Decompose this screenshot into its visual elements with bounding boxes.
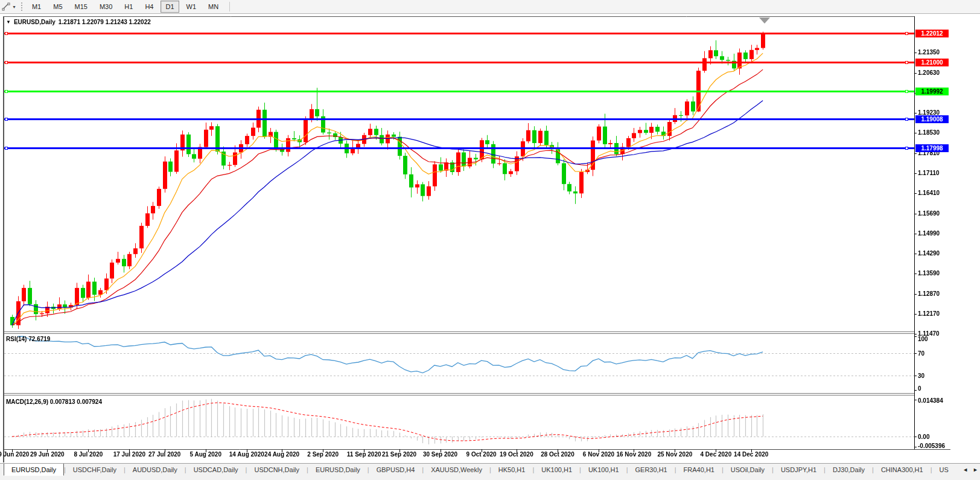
chart-tab-uk100-h1[interactable]: UK100,H1 (534, 464, 579, 475)
tab-scroll-left-icon[interactable]: ◄ (962, 467, 968, 473)
timeframe-button-h1[interactable]: H1 (119, 1, 138, 13)
timeframe-button-w1[interactable]: W1 (182, 1, 202, 13)
price-axis-label: 1.21350 (918, 49, 940, 56)
chart-tab-us[interactable]: US (932, 464, 955, 475)
date-axis-label: 14 Dec 2020 (734, 451, 768, 458)
price-axis-label: 1.20630 (918, 69, 940, 76)
chart-tab-audusd-daily[interactable]: AUDUSD,Daily (126, 464, 185, 475)
chart-tab-dj30-daily[interactable]: DJ30,Daily (826, 464, 872, 475)
line-tool-icon[interactable] (1, 2, 11, 11)
price-axis-label: 1.18530 (918, 129, 940, 136)
timeframe-button-m1[interactable]: M1 (27, 1, 46, 13)
mt4-window: ▼ M1M5M15M30H1H4D1W1MN ▼ EURUSD,Daily 1.… (0, 0, 980, 480)
date-axis-label: 21 Sep 2020 (382, 451, 416, 458)
rsi-axis-label: 70 (918, 350, 924, 357)
hline-handle[interactable] (905, 147, 908, 150)
price-tag: 1.17998 (915, 144, 949, 152)
hline-handle[interactable] (5, 32, 8, 35)
hline-handle[interactable] (905, 118, 908, 121)
date-axis-label: 14 Aug 2020 (229, 451, 264, 458)
date-axis-label: 16 Nov 2020 (616, 451, 651, 458)
chart-tab-gbpusd-h4[interactable]: GBPUSD,H4 (369, 464, 422, 475)
date-axis-label: 8 Jul 2020 (74, 451, 103, 458)
timeframe-buttons: M1M5M15M30H1H4D1W1MN (26, 1, 224, 13)
macd-axis-label: -0.005396 (918, 443, 945, 449)
hline-handle[interactable] (5, 61, 8, 64)
hline-handle[interactable] (905, 90, 908, 93)
date-axis-label: 17 Jul 2020 (113, 451, 145, 458)
timeframe-button-m15[interactable]: M15 (70, 1, 92, 13)
timeframe-button-d1[interactable]: D1 (161, 1, 179, 13)
horizontal-line[interactable] (4, 118, 914, 120)
chart-tab-bar: EURUSD,Daily|USDCHF,Daily|AUDUSD,Daily|U… (0, 463, 980, 480)
chart-tab-hk50-h1[interactable]: HK50,H1 (491, 464, 533, 475)
tab-scroll-right-icon[interactable]: ► (973, 467, 978, 473)
macd-axis-label: 0.014384 (918, 397, 943, 404)
price-axis-label: 1.14990 (918, 230, 940, 237)
chart-tab-fra40-h1[interactable]: FRA40,H1 (676, 464, 722, 475)
chart-tab-usoil-daily[interactable]: USOil,Daily (724, 464, 772, 475)
chart-context-arrow-icon[interactable]: ▼ (6, 19, 11, 25)
chart-tab-china300-h1[interactable]: CHINA300,H1 (874, 464, 931, 475)
date-axis-label: 24 Aug 2020 (264, 451, 299, 458)
toolbar-separator (229, 2, 230, 11)
timeframe-button-m30[interactable]: M30 (95, 1, 117, 13)
price-axis-label: 1.14290 (918, 250, 940, 257)
chart-tab-ger30-h1[interactable]: GER30,H1 (628, 464, 675, 475)
date-axis-label: 27 Jul 2020 (148, 451, 180, 458)
chart-tab-usdchf-daily[interactable]: USDCHF,Daily (66, 464, 124, 475)
price-axis-label: 1.12870 (918, 290, 940, 297)
price-axis-label: 1.17110 (918, 170, 940, 176)
horizontal-line[interactable] (4, 62, 914, 63)
date-axis-label: 11 Sep 2020 (347, 451, 381, 458)
toolbar: ▼ M1M5M15M30H1H4D1W1MN (0, 0, 980, 14)
timeframe-button-m5[interactable]: M5 (48, 1, 67, 13)
chart-tab-xauusd-weekly[interactable]: XAUUSD,Weekly (424, 464, 489, 475)
rsi-axis-label: 100 (918, 336, 928, 342)
macd-label: MACD(12,26,9) 0.007813 0.007924 (6, 398, 102, 405)
chart-tab-uk100-h1[interactable]: UK100,H1 (581, 464, 626, 475)
price-axis-label: 1.15690 (918, 210, 940, 217)
price-axis-label: 1.13590 (918, 270, 940, 277)
date-axis-label: 25 Nov 2020 (657, 451, 692, 458)
date-axis-label: 29 Jun 2020 (30, 451, 65, 458)
rsi-axis-label: 30 (918, 373, 924, 379)
chart-tab-usdjpy-h1[interactable]: USDJPY,H1 (774, 464, 824, 475)
date-axis-label: 6 Nov 2020 (583, 451, 614, 458)
timeframe-button-h4[interactable]: H4 (140, 1, 158, 13)
price-tag: 1.19992 (915, 88, 949, 95)
date-axis-label: 19 Oct 2020 (500, 451, 533, 458)
date-axis-label: 4 Dec 2020 (701, 451, 732, 458)
chart-tab-eurusd-daily[interactable]: EURUSD,Daily (308, 464, 368, 475)
dropdown-caret-icon[interactable]: ▼ (12, 5, 16, 9)
chart-title-ohlc: 1.21871 1.22079 1.21243 1.22022 (59, 19, 151, 25)
chart-tab-usdcad-daily[interactable]: USDCAD,Daily (186, 464, 246, 475)
price-axis-label: 1.16410 (918, 190, 940, 196)
rsi-label: RSI(14) 72.6719 (6, 336, 50, 342)
date-axis-label: 2 Sep 2020 (307, 451, 339, 458)
hline-handle[interactable] (5, 118, 8, 121)
price-axis-label: 1.12170 (918, 310, 940, 317)
chart-canvas[interactable] (0, 0, 980, 480)
chart-title: ▼ EURUSD,Daily 1.21871 1.22079 1.21243 1… (6, 19, 151, 25)
hline-handle[interactable] (905, 32, 908, 35)
horizontal-line[interactable] (4, 147, 914, 149)
chart-tab-usdcnh-daily[interactable]: USDCNH,Daily (247, 464, 307, 475)
chart-tab-eurusd-daily[interactable]: EURUSD,Daily (4, 464, 64, 476)
macd-axis-label: 0.00 (918, 434, 929, 440)
timeframe-button-mn[interactable]: MN (203, 1, 223, 13)
horizontal-line[interactable] (4, 33, 914, 34)
date-axis-label: 28 Oct 2020 (541, 451, 574, 458)
date-axis-label: 9 Oct 2020 (466, 451, 497, 458)
date-axis-label: 5 Aug 2020 (190, 451, 221, 458)
date-axis-label: 19 Jun 2020 (0, 451, 29, 458)
rsi-axis-label: 0 (918, 385, 921, 392)
hline-handle[interactable] (5, 147, 8, 150)
price-tag: 1.19008 (915, 115, 949, 123)
horizontal-line[interactable] (4, 91, 914, 92)
hline-handle[interactable] (5, 90, 8, 93)
price-tag: 1.22012 (915, 30, 949, 37)
hline-handle[interactable] (905, 61, 908, 64)
date-axis-label: 30 Sep 2020 (423, 451, 457, 458)
toolbar-grip (21, 2, 22, 11)
